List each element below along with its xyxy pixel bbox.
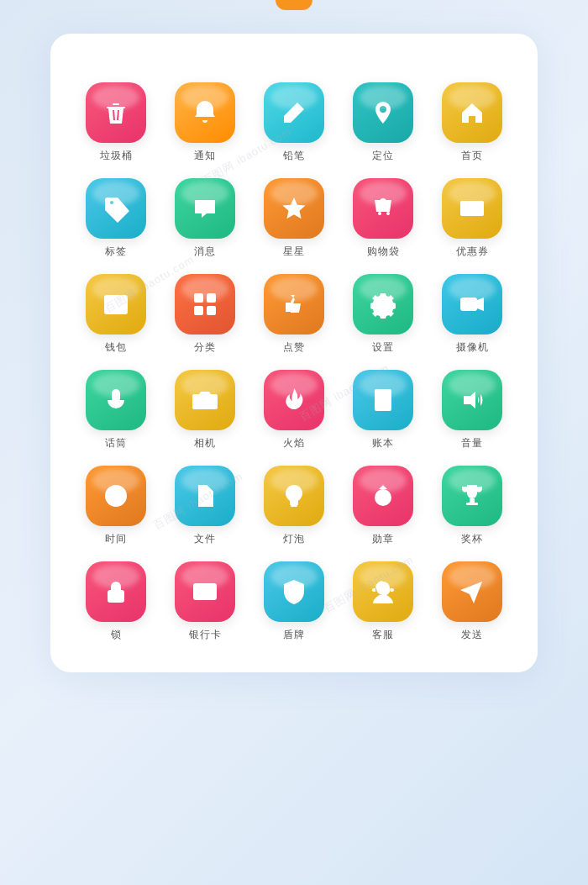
svg-rect-12 [194, 293, 203, 303]
icon-label-service: 客服 [372, 628, 394, 642]
icon-item-wallet: 钱包 [76, 274, 156, 355]
icon-btn-like[interactable] [264, 274, 324, 335]
icon-item-camera-video: 摄像机 [432, 274, 512, 355]
svg-rect-15 [207, 306, 216, 315]
icon-item-service: 客服 [343, 561, 423, 642]
icons-grid: 垃圾桶通知铅笔定位首页标签消息星星购物袋=优惠券钱包分类点赞设置摄像机话筒相机火… [76, 82, 512, 642]
icon-btn-trophy[interactable]: ★ [442, 466, 502, 526]
icon-btn-send[interactable] [442, 561, 502, 622]
svg-point-35 [291, 491, 297, 496]
svg-rect-39 [466, 503, 478, 505]
icon-label-tag: 标签 [105, 245, 127, 259]
icon-item-mic: 话筒 [76, 370, 156, 450]
icon-label-coupon: 优惠券 [456, 245, 489, 259]
icon-label-notification: 通知 [194, 149, 216, 163]
svg-text:★: ★ [379, 493, 388, 503]
icon-label-volume: 音量 [461, 436, 483, 450]
svg-marker-28 [464, 392, 475, 408]
icon-label-trophy: 奖杯 [461, 532, 483, 546]
icon-btn-camera-video[interactable] [442, 274, 502, 335]
icon-label-trash: 垃圾桶 [100, 149, 133, 163]
icon-item-location: 定位 [343, 82, 423, 163]
icon-label-pencil: 铅笔 [283, 149, 305, 163]
icon-btn-bank-card[interactable] [175, 561, 235, 622]
svg-text:=: = [467, 205, 471, 213]
icon-item-notification: 通知 [165, 82, 245, 163]
icon-label-send: 发送 [461, 628, 483, 642]
icon-btn-bulb[interactable] [264, 466, 324, 526]
icon-label-mic: 话筒 [105, 436, 127, 450]
svg-rect-47 [197, 595, 203, 597]
svg-marker-5 [283, 198, 306, 219]
icon-label-lock: 锁 [111, 628, 122, 642]
svg-text:¥: ¥ [381, 399, 386, 408]
icon-item-settings: 设置 [343, 274, 423, 355]
icon-btn-settings[interactable] [353, 274, 413, 335]
icon-item-home: 首页 [432, 82, 512, 163]
icon-btn-time[interactable] [86, 466, 146, 526]
icon-item-trophy: ★奖杯 [432, 466, 512, 546]
icon-label-like: 点赞 [283, 340, 305, 355]
icon-btn-volume[interactable] [442, 370, 502, 430]
icon-btn-home[interactable] [442, 82, 502, 143]
svg-text:★: ★ [469, 487, 477, 497]
svg-point-3 [203, 205, 207, 208]
icon-btn-notification[interactable] [175, 82, 235, 143]
svg-point-23 [202, 398, 208, 404]
main-card: 百图网 ibaotu.com 百图网 ibaotu.com 百图网 ibaotu… [50, 34, 538, 672]
icon-btn-star[interactable] [264, 178, 324, 239]
icon-item-fire: 火焰 [254, 370, 334, 450]
icon-btn-category[interactable] [175, 274, 235, 335]
svg-point-16 [379, 300, 387, 308]
icon-item-shopping: 购物袋 [343, 178, 423, 259]
icon-item-send: 发送 [432, 561, 512, 642]
icon-btn-trash[interactable] [86, 82, 146, 143]
svg-point-4 [207, 205, 211, 208]
icon-item-trash: 垃圾桶 [76, 82, 156, 163]
icon-btn-shopping[interactable] [353, 178, 413, 239]
icon-label-fire: 火焰 [283, 436, 305, 450]
icon-label-time: 时间 [105, 532, 127, 546]
icon-btn-wallet[interactable] [86, 274, 146, 335]
icon-item-tag: 标签 [76, 178, 156, 259]
svg-rect-43 [115, 595, 117, 599]
icon-item-time: 时间 [76, 466, 156, 546]
icon-item-coupon: =优惠券 [432, 178, 512, 259]
icon-item-shield: 盾牌 [254, 561, 334, 642]
icon-btn-fire[interactable] [264, 370, 324, 430]
icon-btn-mic[interactable] [86, 370, 146, 430]
icon-btn-file[interactable] [175, 466, 235, 526]
icon-btn-location[interactable] [353, 82, 413, 143]
svg-rect-34 [291, 505, 297, 507]
icon-btn-tag[interactable] [86, 178, 146, 239]
icon-btn-lock[interactable] [86, 561, 146, 622]
icon-item-message: 消息 [165, 178, 245, 259]
icon-item-file: 文件 [165, 466, 245, 546]
icon-btn-pencil[interactable] [264, 82, 324, 143]
icon-label-file: 文件 [194, 532, 216, 546]
icon-label-settings: 设置 [372, 340, 394, 355]
icon-btn-shield[interactable] [264, 561, 324, 622]
icon-label-location: 定位 [372, 149, 394, 163]
icon-btn-coupon[interactable]: = [442, 178, 502, 239]
icon-item-camera: 相机 [165, 370, 245, 450]
icon-item-star: 星星 [254, 178, 334, 259]
icon-label-home: 首页 [461, 149, 483, 163]
icon-item-like: 点赞 [254, 274, 334, 355]
svg-rect-17 [460, 298, 477, 311]
icon-item-ledger: ¥账本 [343, 370, 423, 450]
svg-point-2 [199, 205, 202, 208]
icon-btn-message[interactable] [175, 178, 235, 239]
icon-label-bank-card: 银行卡 [189, 628, 222, 642]
icon-item-lock: 锁 [76, 561, 156, 642]
icon-label-medal: 勋章 [372, 532, 394, 546]
icon-item-volume: 音量 [432, 370, 512, 450]
svg-rect-1 [113, 103, 119, 105]
icon-btn-service[interactable] [353, 561, 413, 622]
svg-point-11 [122, 306, 124, 308]
icon-item-pencil: 铅笔 [254, 82, 334, 163]
icon-btn-camera[interactable] [175, 370, 235, 430]
icon-btn-ledger[interactable]: ¥ [353, 370, 413, 430]
icon-btn-medal[interactable]: ★ [353, 466, 413, 526]
icon-label-shield: 盾牌 [283, 628, 305, 642]
